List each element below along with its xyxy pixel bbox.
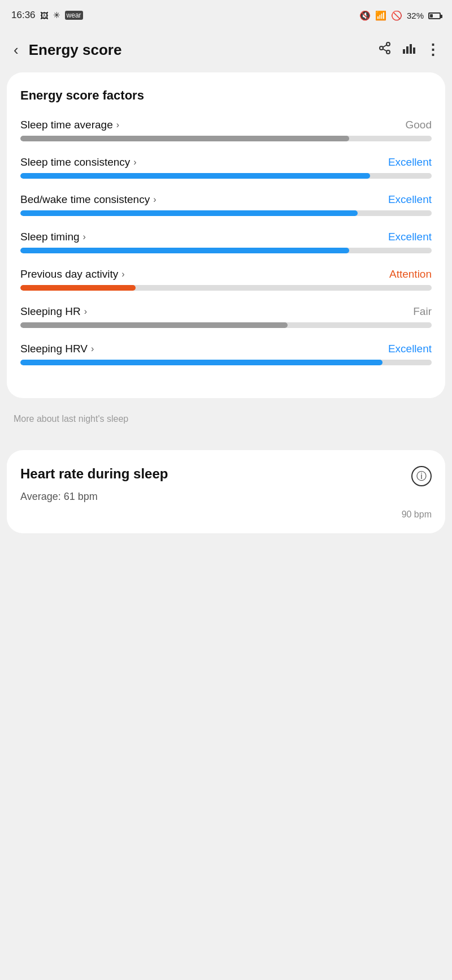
- progress-bar-fill-6: [20, 360, 383, 365]
- status-time-area: 16:36 🖼 ✳ wear: [11, 10, 83, 21]
- factor-row: Sleeping HR › Fair: [20, 305, 432, 328]
- status-bar: 16:36 🖼 ✳ wear 🔇 📶 🚫 32%: [0, 0, 452, 29]
- app-bar-actions: ⋮: [378, 41, 441, 59]
- factor-name-6[interactable]: Sleeping HRV ›: [20, 343, 94, 355]
- factor-header: Sleep time average › Good: [20, 119, 432, 131]
- factor-name-2[interactable]: Bed/wake time consistency ›: [20, 193, 157, 206]
- more-label: More about last night's sleep: [14, 414, 438, 424]
- chevron-icon-4: ›: [121, 269, 124, 279]
- svg-line-4: [383, 45, 387, 48]
- factor-label-1: Sleep time consistency: [20, 156, 130, 169]
- more-section: More about last night's sleep: [0, 398, 452, 443]
- progress-bar-fill-2: [20, 210, 358, 216]
- chevron-icon-6: ›: [91, 344, 94, 354]
- heart-rate-bpm: 90 bpm: [20, 510, 432, 520]
- progress-bar-bg-5: [20, 322, 432, 328]
- factor-label-0: Sleep time average: [20, 119, 113, 131]
- factor-name-3[interactable]: Sleep timing ›: [20, 231, 86, 243]
- progress-bar-fill-1: [20, 173, 370, 179]
- factor-name-4[interactable]: Previous day activity ›: [20, 268, 125, 280]
- svg-rect-7: [410, 44, 412, 54]
- factor-status-3: Excellent: [388, 231, 432, 243]
- factor-row: Sleeping HRV › Excellent: [20, 343, 432, 365]
- time-display: 16:36: [11, 10, 36, 21]
- progress-bar-bg-1: [20, 173, 432, 179]
- battery-percent: 32%: [407, 11, 424, 20]
- share-button[interactable]: [378, 41, 392, 58]
- wear-icon: wear: [65, 11, 83, 20]
- factor-header: Sleep timing › Excellent: [20, 231, 432, 243]
- heart-rate-header: Heart rate during sleep ⓘ: [20, 466, 432, 486]
- factor-row: Sleep time average › Good: [20, 119, 432, 141]
- heart-rate-card: Heart rate during sleep ⓘ Average: 61 bp…: [7, 450, 445, 533]
- progress-bar-bg-3: [20, 248, 432, 253]
- factor-name-0[interactable]: Sleep time average ›: [20, 119, 119, 131]
- heart-rate-title: Heart rate during sleep: [20, 466, 411, 482]
- factor-header: Previous day activity › Attention: [20, 268, 432, 280]
- factors-list: Sleep time average › Good Sleep time con…: [20, 119, 432, 365]
- energy-factors-card: Energy score factors Sleep time average …: [7, 72, 445, 398]
- chevron-icon-1: ›: [133, 157, 136, 167]
- factor-status-2: Excellent: [388, 193, 432, 206]
- chevron-icon-2: ›: [153, 195, 156, 205]
- wifi-icon: 📶: [375, 10, 386, 21]
- heart-rate-average: Average: 61 bpm: [20, 491, 432, 503]
- chevron-icon-5: ›: [84, 306, 87, 317]
- factor-status-0: Good: [406, 119, 432, 131]
- status-right-area: 🔇 📶 🚫 32%: [359, 10, 441, 21]
- chevron-icon-3: ›: [83, 232, 86, 242]
- progress-bar-fill-0: [20, 136, 349, 141]
- chevron-icon-0: ›: [116, 120, 119, 130]
- progress-bar-bg-6: [20, 360, 432, 365]
- more-button[interactable]: ⋮: [425, 41, 441, 59]
- factor-header: Sleeping HR › Fair: [20, 305, 432, 318]
- factor-label-2: Bed/wake time consistency: [20, 193, 150, 206]
- factor-label-3: Sleep timing: [20, 231, 80, 243]
- info-button[interactable]: ⓘ: [411, 466, 432, 486]
- progress-bar-fill-4: [20, 285, 136, 291]
- factor-status-4: Attention: [389, 268, 432, 280]
- back-button[interactable]: ‹: [11, 39, 21, 61]
- factor-name-1[interactable]: Sleep time consistency ›: [20, 156, 137, 169]
- svg-rect-8: [413, 48, 415, 54]
- progress-bar-bg-4: [20, 285, 432, 291]
- progress-bar-bg-0: [20, 136, 432, 141]
- factor-row: Sleep time consistency › Excellent: [20, 156, 432, 179]
- factor-row: Bed/wake time consistency › Excellent: [20, 193, 432, 216]
- factor-status-1: Excellent: [388, 156, 432, 169]
- factor-header: Bed/wake time consistency › Excellent: [20, 193, 432, 206]
- factor-row: Previous day activity › Attention: [20, 268, 432, 291]
- pinwheel-icon: ✳: [53, 10, 60, 20]
- mute-icon: 🔇: [359, 10, 371, 21]
- factor-row: Sleep timing › Excellent: [20, 231, 432, 253]
- progress-bar-bg-2: [20, 210, 432, 216]
- factor-header: Sleep time consistency › Excellent: [20, 156, 432, 169]
- progress-bar-fill-3: [20, 248, 349, 253]
- factor-status-5: Fair: [413, 305, 432, 318]
- chart-button[interactable]: [402, 41, 415, 58]
- section-title: Energy score factors: [20, 88, 432, 103]
- svg-rect-6: [406, 46, 408, 54]
- factor-name-5[interactable]: Sleeping HR ›: [20, 305, 87, 318]
- svg-rect-5: [403, 49, 405, 54]
- svg-line-3: [383, 49, 387, 51]
- image-icon: 🖼: [40, 11, 49, 20]
- factor-label-5: Sleeping HR: [20, 305, 81, 318]
- progress-bar-fill-5: [20, 322, 288, 328]
- page-title: Energy score: [29, 41, 378, 59]
- battery-icon: [428, 11, 441, 20]
- app-bar: ‹ Energy score ⋮: [0, 29, 452, 70]
- factor-label-6: Sleeping HRV: [20, 343, 88, 355]
- factor-label-4: Previous day activity: [20, 268, 118, 280]
- factor-header: Sleeping HRV › Excellent: [20, 343, 432, 355]
- blocked-icon: 🚫: [391, 10, 402, 21]
- factor-status-6: Excellent: [388, 343, 432, 355]
